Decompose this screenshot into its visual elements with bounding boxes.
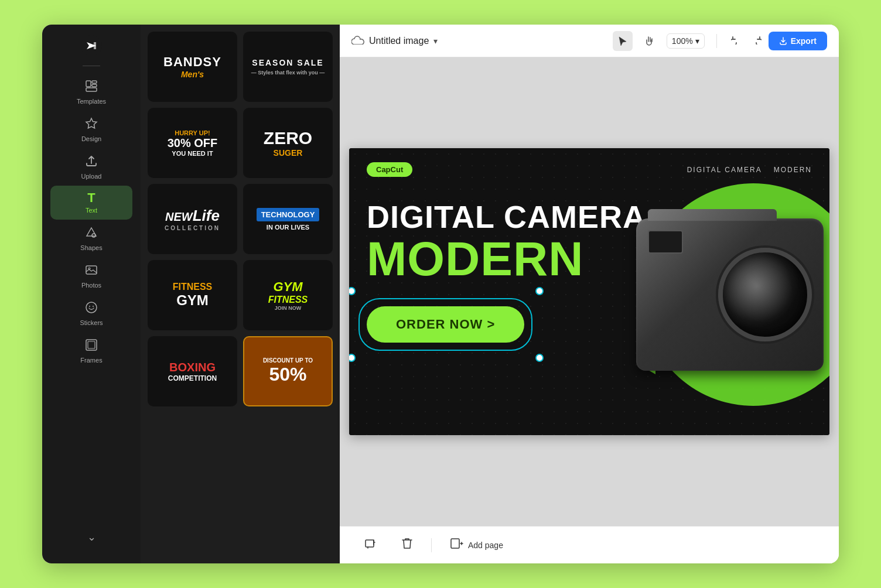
export-label: Export	[791, 36, 817, 46]
template-card-boxing[interactable]: BOXING COMPETITION	[148, 336, 237, 406]
canvas-nav: CapCut DIGITAL CAMERA MODERN	[349, 162, 829, 177]
template-subtext: — Styles that flex with you —	[251, 70, 325, 76]
app-window: Templates Design Upload T Text	[42, 25, 839, 563]
sidebar-item-label: Frames	[80, 357, 102, 364]
template-subtext: IN OUR LIVES	[267, 224, 309, 231]
zoom-value: 100%	[672, 36, 693, 46]
templates-icon	[84, 79, 98, 95]
sidebar-item-templates[interactable]: Templates	[50, 73, 132, 111]
export-button[interactable]: Export	[769, 32, 827, 50]
template-text: HURRY UP!	[175, 129, 210, 136]
sidebar-item-photos[interactable]: Photos	[50, 257, 132, 295]
template-panel: BANDSY Men's SEASON SALE — Styles that f…	[141, 25, 340, 563]
shapes-icon	[84, 225, 98, 242]
add-page-label: Add page	[468, 541, 503, 550]
template-card-tech[interactable]: TECHNOLOGY IN OUR LIVES	[243, 184, 333, 254]
sidebar-item-label: Text	[86, 207, 97, 214]
cloud-icon	[351, 34, 364, 47]
sidebar-item-stickers[interactable]: Stickers	[50, 295, 132, 332]
sidebar: Templates Design Upload T Text	[42, 25, 141, 563]
template-card-newlife[interactable]: NEWLife COLLECTION	[148, 184, 237, 254]
canvas-cta-wrapper[interactable]: ORDER NOW >	[367, 306, 524, 343]
canvas-order-button[interactable]: ORDER NOW >	[367, 306, 524, 343]
template-subtext: COMPETITION	[168, 374, 217, 382]
canvas-area[interactable]: CapCut DIGITAL CAMERA MODERN DIGITAL CAM…	[340, 57, 839, 526]
title-chevron-icon[interactable]: ▾	[433, 36, 438, 46]
svg-point-5	[92, 234, 95, 237]
template-subtext: FITNESS	[268, 295, 308, 305]
template-subtext: COLLECTION	[165, 225, 220, 231]
add-to-page-btn[interactable]	[357, 533, 383, 557]
sidebar-divider	[83, 66, 100, 66]
add-page-icon	[450, 538, 463, 552]
hand-tool-btn[interactable]	[640, 31, 660, 51]
svg-point-9	[89, 306, 90, 307]
photos-icon	[84, 263, 98, 279]
sidebar-item-shapes[interactable]: Shapes	[50, 220, 132, 257]
template-card-season[interactable]: SEASON SALE — Styles that flex with you …	[243, 32, 333, 102]
add-page-btn[interactable]: Add page	[443, 533, 510, 557]
template-heading: 50%	[269, 364, 306, 385]
template-subtext: YOU NEED IT	[172, 150, 213, 157]
template-heading: GYM	[176, 292, 209, 309]
sidebar-item-upload[interactable]: Upload	[50, 148, 132, 186]
canvas-heading-1: DIGITAL CAMERA	[367, 201, 646, 233]
svg-rect-4	[86, 88, 97, 91]
delete-icon	[402, 538, 412, 552]
template-card-bandsy[interactable]: BANDSY Men's	[148, 32, 237, 102]
sidebar-item-text[interactable]: T Text	[50, 186, 132, 220]
template-text: BOXING	[169, 361, 216, 374]
topbar: Untitled image ▾ 100% ▾	[340, 25, 839, 57]
svg-rect-3	[92, 84, 97, 87]
svg-rect-14	[451, 539, 459, 548]
zoom-control[interactable]: 100% ▾	[667, 33, 705, 49]
app-logo[interactable]	[80, 34, 103, 57]
design-icon	[84, 117, 98, 133]
camera-body	[636, 218, 824, 371]
upload-icon	[84, 154, 98, 170]
delete-page-btn[interactable]	[395, 533, 419, 557]
canvas-brand-badge: CapCut	[367, 162, 412, 177]
template-text: SEASON SALE	[252, 58, 323, 67]
topbar-left: Untitled image ▾	[351, 34, 603, 47]
sidebar-item-label: Photos	[81, 282, 101, 289]
sidebar-expand-btn[interactable]: ⌄	[50, 525, 132, 549]
camera-lens-inner	[723, 252, 807, 337]
camera-lens	[718, 248, 812, 341]
undo-btn[interactable]	[729, 32, 744, 50]
document-title[interactable]: Untitled image	[369, 36, 429, 46]
svg-point-10	[93, 306, 94, 307]
template-card-30off[interactable]: HURRY UP! 30% OFF YOU NEED IT	[148, 108, 237, 178]
svg-point-7	[88, 268, 90, 269]
export-icon	[779, 37, 787, 45]
camera-top-bar	[648, 209, 777, 221]
canvas-heading-2: MODERN	[367, 235, 583, 283]
expand-icon: ⌄	[87, 531, 96, 543]
svg-rect-1	[86, 81, 91, 87]
template-card-discount[interactable]: DISCOUNT UP TO 50%	[243, 336, 333, 406]
sidebar-item-design[interactable]: Design	[50, 111, 132, 148]
sidebar-item-label: Shapes	[80, 244, 102, 251]
topbar-tools: 100% ▾	[613, 31, 705, 51]
template-card-gymfitness[interactable]: GYM FITNESS JOIN NOW	[243, 260, 333, 330]
frames-icon	[84, 338, 98, 354]
sidebar-item-label: Upload	[81, 173, 102, 180]
svg-rect-6	[86, 266, 97, 274]
canvas[interactable]: CapCut DIGITAL CAMERA MODERN DIGITAL CAM…	[349, 148, 829, 435]
template-text: NEWLife	[165, 207, 220, 225]
template-text: ZERO	[264, 128, 312, 148]
sidebar-item-frames[interactable]: Frames	[50, 332, 132, 370]
stickers-icon	[84, 300, 98, 317]
sidebar-item-label: Templates	[77, 98, 106, 105]
cursor-tool-btn[interactable]	[613, 31, 633, 51]
sidebar-item-label: Design	[81, 135, 101, 142]
template-small: JOIN NOW	[275, 305, 302, 311]
zoom-chevron-icon: ▾	[695, 36, 699, 46]
bottom-divider	[431, 538, 432, 552]
svg-rect-13	[366, 540, 374, 547]
template-card-zero[interactable]: ZERO SUGER	[243, 108, 333, 178]
redo-btn[interactable]	[749, 32, 764, 50]
template-subtext: Men's	[181, 70, 204, 79]
template-card-fitnessgym[interactable]: FITNESS GYM	[148, 260, 237, 330]
template-subtext: SUGER	[274, 148, 303, 158]
